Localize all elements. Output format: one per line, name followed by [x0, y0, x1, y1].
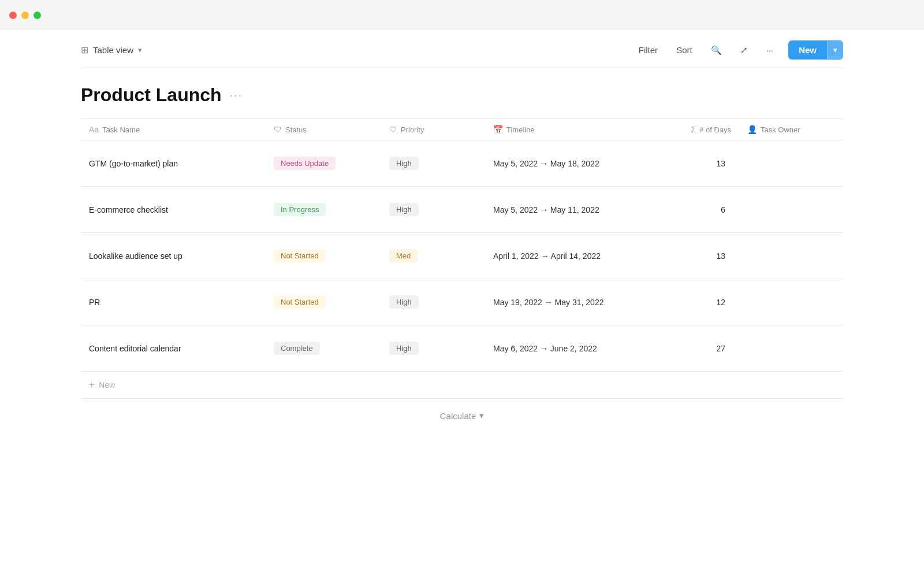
main-content: ⊞ Table view ▾ Filter Sort 🔍 ⤢ ··· [0, 30, 924, 432]
cell-priority-1: High [381, 187, 485, 233]
cell-timeline-0: May 5, 2022 → May 18, 2022 [485, 140, 647, 187]
task-name-text: Lookalike audience set up [89, 251, 182, 261]
cell-days-4: 27 [647, 325, 739, 372]
col-header-days: Σ # of Days [647, 119, 739, 140]
priority-icon: 🛡 [389, 125, 397, 134]
table-row[interactable]: E-commerce checklist In Progress High Ma… [81, 187, 843, 233]
col-header-status: 🛡 Status [266, 119, 381, 140]
col-header-priority: 🛡 Priority [381, 119, 485, 140]
cell-priority-2: Med [381, 233, 485, 279]
days-number: 13 [716, 251, 731, 261]
expand-button[interactable]: ⤢ [737, 43, 751, 58]
status-badge[interactable]: In Progress [274, 203, 326, 216]
table-row[interactable]: Lookalike audience set up Not Started Me… [81, 233, 843, 279]
sort-button[interactable]: Sort [673, 43, 696, 57]
close-button[interactable] [9, 12, 17, 19]
table-row[interactable]: GTM (go-to-market) plan Needs Update Hig… [81, 140, 843, 187]
new-row-label: New [99, 380, 115, 390]
timeline-text: April 1, 2022 → April 14, 2022 [493, 251, 601, 261]
priority-badge[interactable]: High [389, 342, 419, 355]
days-icon: Σ [691, 125, 696, 134]
cell-status-0: Needs Update [266, 140, 381, 187]
col-label-priority: Priority [401, 125, 424, 134]
titlebar [0, 0, 924, 30]
table-icon: ⊞ [81, 45, 88, 55]
cell-priority-0: High [381, 140, 485, 187]
cell-days-3: 12 [647, 279, 739, 325]
col-label-owner: Task Owner [761, 125, 800, 134]
task-table: Aa Task Name 🛡 Status 🛡 Priority [81, 118, 843, 399]
task-name-text: GTM (go-to-market) plan [89, 159, 178, 168]
cell-status-4: Complete [266, 325, 381, 372]
timeline-text: May 19, 2022 → May 31, 2022 [493, 298, 603, 307]
fullscreen-button[interactable] [33, 12, 41, 19]
table-row[interactable]: PR Not Started High May 19, 2022 → May 3… [81, 279, 843, 325]
table-header-row: Aa Task Name 🛡 Status 🛡 Priority [81, 119, 843, 140]
col-label-days: # of Days [699, 125, 731, 134]
cell-days-1: 6 [647, 187, 739, 233]
cell-owner-0 [739, 140, 843, 187]
cell-task-4: Content editorial calendar [81, 325, 266, 372]
cell-owner-1 [739, 187, 843, 233]
col-label-timeline: Timeline [506, 125, 535, 134]
task-name-text: E-commerce checklist [89, 205, 168, 214]
page-title-row: Product Launch ··· [81, 68, 843, 118]
status-badge[interactable]: Needs Update [274, 157, 336, 170]
cell-task-2: Lookalike audience set up [81, 233, 266, 279]
page-title: Product Launch [81, 84, 222, 106]
priority-badge[interactable]: High [389, 295, 419, 309]
new-button-group: New ▾ [788, 40, 843, 60]
cell-days-2: 13 [647, 233, 739, 279]
cell-priority-3: High [381, 279, 485, 325]
cell-owner-2 [739, 233, 843, 279]
chevron-down-icon: ▾ [138, 46, 142, 54]
search-icon: 🔍 [711, 45, 722, 55]
calculate-footer: Calculate ▾ [81, 399, 843, 432]
task-name-text: Content editorial calendar [89, 344, 181, 353]
timeline-text: May 5, 2022 → May 18, 2022 [493, 159, 599, 168]
cell-priority-4: High [381, 325, 485, 372]
cell-task-3: PR [81, 279, 266, 325]
new-chevron-icon: ▾ [833, 46, 837, 54]
cell-status-1: In Progress [266, 187, 381, 233]
status-badge[interactable]: Not Started [274, 295, 326, 309]
more-options-button[interactable]: ··· [763, 43, 777, 57]
more-icon: ··· [766, 45, 774, 55]
sort-label: Sort [676, 45, 692, 55]
table-view-button[interactable]: ⊞ Table view ▾ [81, 45, 142, 55]
new-main-button[interactable]: New [788, 40, 827, 60]
cell-owner-3 [739, 279, 843, 325]
calculate-button[interactable]: Calculate ▾ [440, 410, 485, 421]
toolbar-right: Filter Sort 🔍 ⤢ ··· New ▾ [635, 40, 843, 60]
minimize-button[interactable] [21, 12, 29, 19]
status-badge[interactable]: Not Started [274, 249, 326, 262]
search-button[interactable]: 🔍 [707, 43, 725, 58]
toolbar-left: ⊞ Table view ▾ [81, 45, 142, 55]
days-number: 27 [716, 344, 731, 353]
priority-badge[interactable]: High [389, 203, 419, 216]
timeline-text: May 5, 2022 → May 11, 2022 [493, 205, 599, 214]
new-dropdown-button[interactable]: ▾ [827, 41, 843, 59]
days-number: 12 [716, 298, 731, 307]
status-badge[interactable]: Complete [274, 342, 320, 355]
calculate-chevron-icon: ▾ [479, 410, 484, 421]
cell-status-3: Not Started [266, 279, 381, 325]
table-row[interactable]: Content editorial calendar Complete High… [81, 325, 843, 372]
expand-icon: ⤢ [740, 45, 748, 55]
priority-badge[interactable]: Med [389, 249, 418, 262]
priority-badge[interactable]: High [389, 157, 419, 170]
days-number: 6 [721, 205, 731, 214]
page-title-more-button[interactable]: ··· [230, 88, 243, 102]
cell-timeline-2: April 1, 2022 → April 14, 2022 [485, 233, 647, 279]
add-new-row-button[interactable]: + New [81, 372, 843, 399]
cell-task-0: GTM (go-to-market) plan [81, 140, 266, 187]
owner-icon: 👤 [747, 125, 757, 134]
filter-button[interactable]: Filter [635, 43, 661, 57]
task-name-text: PR [89, 298, 100, 307]
cell-timeline-4: May 6, 2022 → June 2, 2022 [485, 325, 647, 372]
cell-timeline-1: May 5, 2022 → May 11, 2022 [485, 187, 647, 233]
timeline-icon: 📅 [493, 125, 503, 134]
cell-timeline-3: May 19, 2022 → May 31, 2022 [485, 279, 647, 325]
cell-status-2: Not Started [266, 233, 381, 279]
cell-task-1: E-commerce checklist [81, 187, 266, 233]
